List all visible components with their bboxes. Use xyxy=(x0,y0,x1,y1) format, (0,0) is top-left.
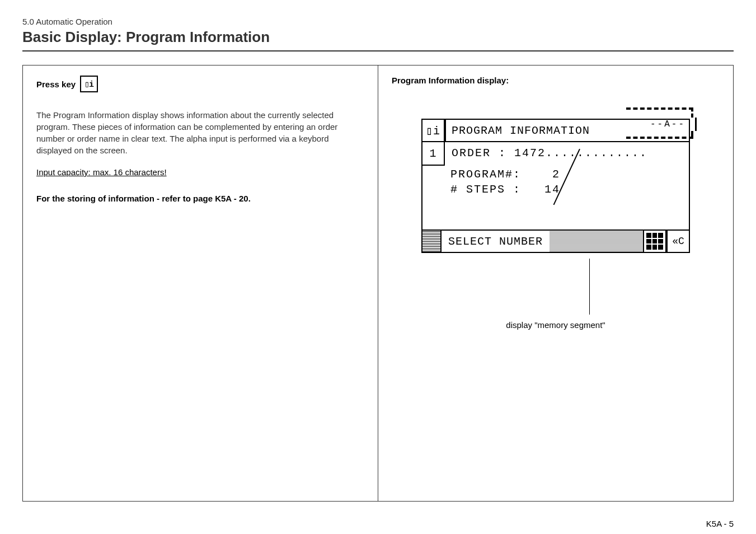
input-capacity-note: Input capacity: max. 16 characters! xyxy=(36,167,167,177)
back-icon: «C xyxy=(666,229,690,253)
keypad-icon xyxy=(643,229,666,253)
storing-reference: For the storing of information - refer t… xyxy=(36,194,364,203)
section-label: 5.0 Automatic Operation xyxy=(22,17,734,26)
display-heading: Program Information display: xyxy=(392,76,720,85)
page-title: Basic Display: Program Information xyxy=(22,29,734,46)
callout-line-vertical xyxy=(589,259,590,315)
lcd-footer-label: SELECT NUMBER xyxy=(442,229,550,253)
lcd-index-box: 1 xyxy=(421,142,445,166)
page-number: K5A - 5 xyxy=(706,519,734,528)
pattern-icon-left xyxy=(421,229,442,253)
lcd-order-line: ORDER : 1472............. xyxy=(445,142,690,166)
memory-segment-callout: --A-- xyxy=(626,107,693,129)
memory-segment-indicator: --A-- xyxy=(641,118,697,131)
press-key-label: Press key xyxy=(36,79,76,89)
lcd-steps-line: # STEPS : 14 xyxy=(450,183,689,196)
pattern-fill xyxy=(550,229,643,253)
lcd-display: --A-- ▯i PROGRAM INFORMATION 1 ORDER : 1… xyxy=(421,119,690,253)
content-frame: Press key ▯i The Program Information dis… xyxy=(22,65,734,502)
lcd-header-icon: ▯i xyxy=(421,119,445,142)
press-key-row: Press key ▯i xyxy=(36,76,364,92)
memory-segment-caption: display "memory segment" xyxy=(392,320,720,330)
lcd-footer-row: SELECT NUMBER «C xyxy=(421,229,690,253)
right-column: Program Information display: --A-- ▯i PR… xyxy=(378,65,733,501)
left-column: Press key ▯i The Program Information dis… xyxy=(23,65,378,501)
info-key-icon: ▯i xyxy=(80,76,98,92)
description-paragraph: The Program Information display shows in… xyxy=(36,109,364,156)
lcd-body: PROGRAM#: 2 # STEPS : 14 xyxy=(421,166,690,229)
title-divider xyxy=(22,50,734,51)
